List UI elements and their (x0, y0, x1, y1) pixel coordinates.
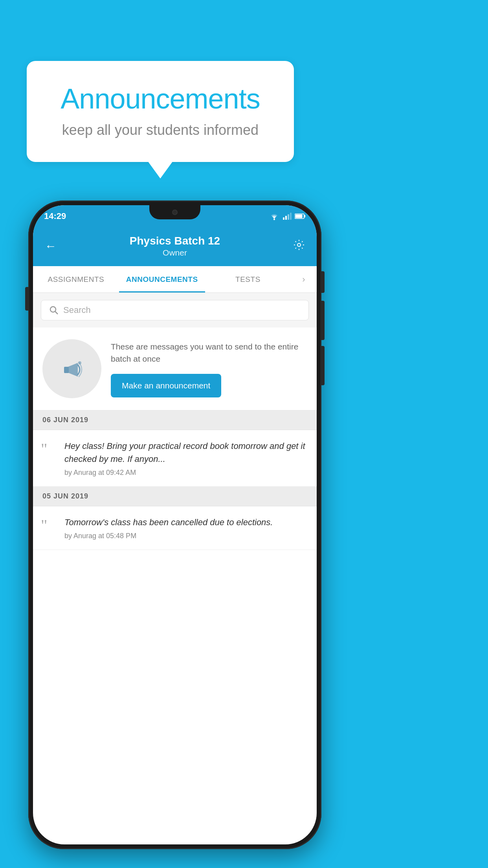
announcement-content-2: Tomorrow's class has been cancelled due … (64, 516, 307, 540)
make-announcement-button[interactable]: Make an announcement (111, 374, 221, 397)
quote-icon-1: " (41, 441, 57, 457)
announcement-text-1: Hey class! Bring your practical record b… (64, 440, 307, 465)
date-separator-2: 05 JUN 2019 (33, 487, 317, 506)
empty-state-content: These are messages you want to send to t… (111, 340, 307, 397)
megaphone-icon (56, 353, 88, 384)
side-btn-right-1 (321, 271, 325, 293)
settings-icon[interactable] (293, 239, 305, 254)
phone-outer: 14:29 (28, 200, 321, 849)
phone-screen: 14:29 (33, 205, 317, 844)
tab-tests[interactable]: TESTS (205, 266, 291, 292)
signal-icon (283, 213, 292, 220)
quote-icon-2: " (41, 517, 57, 533)
search-icon (49, 305, 59, 315)
back-button[interactable]: ← (45, 239, 57, 253)
svg-rect-7 (295, 214, 303, 218)
notch (149, 205, 200, 219)
wifi-icon (269, 212, 280, 220)
tab-assignments[interactable]: ASSIGNMENTS (33, 266, 119, 292)
svg-rect-11 (64, 367, 69, 373)
notch-camera (172, 210, 178, 215)
tab-more[interactable]: › (291, 266, 317, 292)
announcement-item-1[interactable]: " Hey class! Bring your practical record… (33, 430, 317, 487)
search-bar[interactable]: Search (41, 300, 309, 320)
svg-rect-4 (290, 213, 292, 220)
battery-icon (295, 213, 306, 219)
svg-point-12 (78, 361, 81, 364)
svg-point-0 (273, 219, 275, 220)
side-btn-right-3 (321, 346, 325, 385)
announcement-meta-2: by Anurag at 05:48 PM (64, 532, 307, 540)
speech-bubble: Announcements keep all your students inf… (27, 61, 294, 162)
app-header: ← Physics Batch 12 Owner (33, 227, 317, 266)
svg-rect-2 (285, 216, 287, 220)
announcement-icon-circle (42, 339, 101, 398)
header-subtitle: Owner (57, 248, 293, 257)
search-placeholder: Search (63, 305, 91, 315)
phone-wrapper: 14:29 (28, 200, 321, 849)
bubble-subtitle: keep all your students informed (50, 122, 270, 138)
svg-rect-6 (304, 215, 305, 217)
status-time: 14:29 (44, 211, 66, 221)
svg-point-8 (297, 243, 301, 246)
side-btn-right-2 (321, 301, 325, 340)
tabs-bar: ASSIGNMENTS ANNOUNCEMENTS TESTS › (33, 266, 317, 293)
empty-state: These are messages you want to send to t… (33, 327, 317, 410)
header-title: Physics Batch 12 (57, 235, 293, 247)
announcement-content-1: Hey class! Bring your practical record b… (64, 440, 307, 477)
empty-state-text: These are messages you want to send to t… (111, 340, 307, 365)
svg-rect-3 (288, 214, 289, 220)
announcement-meta-1: by Anurag at 09:42 AM (64, 469, 307, 477)
date-separator-1: 06 JUN 2019 (33, 410, 317, 430)
bubble-title: Announcements (50, 83, 270, 115)
tab-announcements[interactable]: ANNOUNCEMENTS (119, 266, 205, 292)
header-title-area: Physics Batch 12 Owner (57, 235, 293, 257)
side-btn-left (25, 287, 28, 311)
status-icons (269, 212, 306, 220)
speech-bubble-container: Announcements keep all your students inf… (27, 61, 294, 162)
announcement-item-2[interactable]: " Tomorrow's class has been cancelled du… (33, 506, 317, 550)
search-container: Search (33, 293, 317, 327)
announcement-text-2: Tomorrow's class has been cancelled due … (64, 516, 307, 529)
svg-rect-1 (283, 217, 284, 220)
svg-line-10 (55, 312, 58, 314)
svg-point-9 (50, 307, 56, 312)
